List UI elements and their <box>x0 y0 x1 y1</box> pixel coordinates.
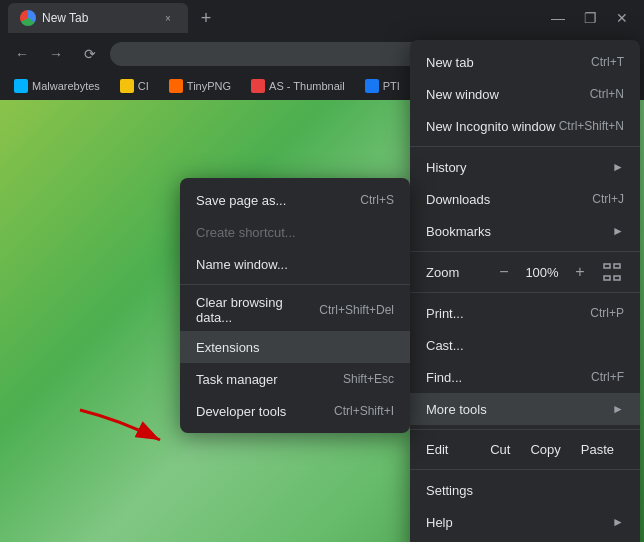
menu-edit-row: Edit Cut Copy Paste <box>410 434 640 465</box>
bookmark-label: AS - Thumbnail <box>269 80 345 92</box>
menu-history[interactable]: History ► <box>410 151 640 183</box>
chevron-right-icon: ► <box>612 224 624 238</box>
menu-item-shortcut: Ctrl+F <box>591 370 624 384</box>
window-controls: — ❐ ✕ <box>544 4 636 32</box>
zoom-label: Zoom <box>426 265 484 280</box>
bookmark-favicon <box>169 79 183 93</box>
chevron-right-icon: ► <box>612 515 624 529</box>
address-bar[interactable] <box>110 42 438 66</box>
fullscreen-icon[interactable] <box>600 260 624 284</box>
menu-item-label: History <box>426 160 466 175</box>
bookmark-label: Malwarebytes <box>32 80 100 92</box>
bookmark-tinypng[interactable]: TinyPNG <box>163 77 237 95</box>
menu-find[interactable]: Find... Ctrl+F <box>410 361 640 393</box>
active-tab[interactable]: New Tab × <box>8 3 188 33</box>
menu-divider <box>410 146 640 147</box>
menu-new-tab[interactable]: New tab Ctrl+T <box>410 46 640 78</box>
submenu-create-shortcut[interactable]: Create shortcut... <box>180 216 410 248</box>
paste-button[interactable]: Paste <box>571 438 624 461</box>
menu-item-shortcut: Ctrl+J <box>592 192 624 206</box>
menu-print[interactable]: Print... Ctrl+P <box>410 297 640 329</box>
bookmark-as[interactable]: AS - Thumbnail <box>245 77 351 95</box>
menu-item-label: Find... <box>426 370 462 385</box>
zoom-value: 100% <box>524 265 560 280</box>
zoom-in-button[interactable]: + <box>568 260 592 284</box>
menu-item-label: Downloads <box>426 192 490 207</box>
tab-close-btn[interactable]: × <box>160 10 176 26</box>
submenu-item-shortcut: Ctrl+Shift+Del <box>319 303 394 317</box>
menu-help[interactable]: Help ► <box>410 506 640 538</box>
submenu-item-label: Developer tools <box>196 404 286 419</box>
new-tab-button[interactable]: + <box>192 4 220 32</box>
svg-rect-2 <box>604 264 610 268</box>
menu-item-label: New tab <box>426 55 474 70</box>
submenu-name-window[interactable]: Name window... <box>180 248 410 280</box>
more-tools-submenu: Save page as... Ctrl+S Create shortcut..… <box>180 178 410 433</box>
copy-button[interactable]: Copy <box>520 438 570 461</box>
bookmark-favicon <box>251 79 265 93</box>
menu-new-window[interactable]: New window Ctrl+N <box>410 78 640 110</box>
bookmark-pti[interactable]: PTI <box>359 77 406 95</box>
svg-rect-5 <box>614 276 620 280</box>
cut-button[interactable]: Cut <box>480 438 520 461</box>
menu-downloads[interactable]: Downloads Ctrl+J <box>410 183 640 215</box>
tab-title: New Tab <box>42 11 88 25</box>
submenu-item-shortcut: Shift+Esc <box>343 372 394 386</box>
menu-item-shortcut: Ctrl+N <box>590 87 624 101</box>
menu-item-label: New window <box>426 87 499 102</box>
bookmark-label: PTI <box>383 80 400 92</box>
minimize-button[interactable]: — <box>544 4 572 32</box>
zoom-out-button[interactable]: − <box>492 260 516 284</box>
close-button[interactable]: ✕ <box>608 4 636 32</box>
submenu-item-label: Task manager <box>196 372 278 387</box>
submenu-item-shortcut: Ctrl+Shift+I <box>334 404 394 418</box>
menu-item-shortcut: Ctrl+Shift+N <box>559 119 624 133</box>
menu-more-tools[interactable]: More tools ► <box>410 393 640 425</box>
submenu-item-label: Save page as... <box>196 193 286 208</box>
submenu-task-manager[interactable]: Task manager Shift+Esc <box>180 363 410 395</box>
back-button[interactable]: ← <box>8 40 36 68</box>
submenu-save-page[interactable]: Save page as... Ctrl+S <box>180 184 410 216</box>
menu-item-shortcut: Ctrl+P <box>590 306 624 320</box>
reload-button[interactable]: ⟳ <box>76 40 104 68</box>
menu-incognito[interactable]: New Incognito window Ctrl+Shift+N <box>410 110 640 142</box>
menu-item-label: New Incognito window <box>426 119 555 134</box>
menu-divider <box>410 292 640 293</box>
submenu-item-label: Create shortcut... <box>196 225 296 240</box>
menu-cast[interactable]: Cast... <box>410 329 640 361</box>
bookmark-label: TinyPNG <box>187 80 231 92</box>
submenu-extensions[interactable]: Extensions <box>180 331 410 363</box>
tab-bar: New Tab × + — ❐ ✕ <box>0 0 644 36</box>
menu-divider <box>410 429 640 430</box>
menu-settings[interactable]: Settings <box>410 474 640 506</box>
bookmark-favicon <box>365 79 379 93</box>
submenu-item-label: Clear browsing data... <box>196 295 319 325</box>
svg-rect-3 <box>614 264 620 268</box>
chevron-right-icon: ► <box>612 160 624 174</box>
maximize-button[interactable]: ❐ <box>576 4 604 32</box>
menu-divider <box>410 469 640 470</box>
submenu-devtools[interactable]: Developer tools Ctrl+Shift+I <box>180 395 410 427</box>
chevron-right-icon: ► <box>612 402 624 416</box>
submenu-item-label: Extensions <box>196 340 260 355</box>
edit-label: Edit <box>426 442 480 457</box>
menu-item-label: Bookmarks <box>426 224 491 239</box>
menu-divider <box>410 251 640 252</box>
menu-zoom-row: Zoom − 100% + <box>410 256 640 288</box>
menu-item-shortcut: Ctrl+T <box>591 55 624 69</box>
menu-item-label: Settings <box>426 483 473 498</box>
menu-item-label: Print... <box>426 306 464 321</box>
submenu-divider <box>180 284 410 285</box>
bookmark-malwarebytes[interactable]: Malwarebytes <box>8 77 106 95</box>
submenu-item-label: Name window... <box>196 257 288 272</box>
submenu-clear-browsing[interactable]: Clear browsing data... Ctrl+Shift+Del <box>180 289 410 331</box>
menu-item-label: Cast... <box>426 338 464 353</box>
forward-button[interactable]: → <box>42 40 70 68</box>
bookmark-ci[interactable]: CI <box>114 77 155 95</box>
svg-rect-4 <box>604 276 610 280</box>
bookmark-favicon <box>14 79 28 93</box>
bookmark-favicon <box>120 79 134 93</box>
menu-bookmarks[interactable]: Bookmarks ► <box>410 215 640 247</box>
submenu-item-shortcut: Ctrl+S <box>360 193 394 207</box>
menu-item-label: More tools <box>426 402 487 417</box>
